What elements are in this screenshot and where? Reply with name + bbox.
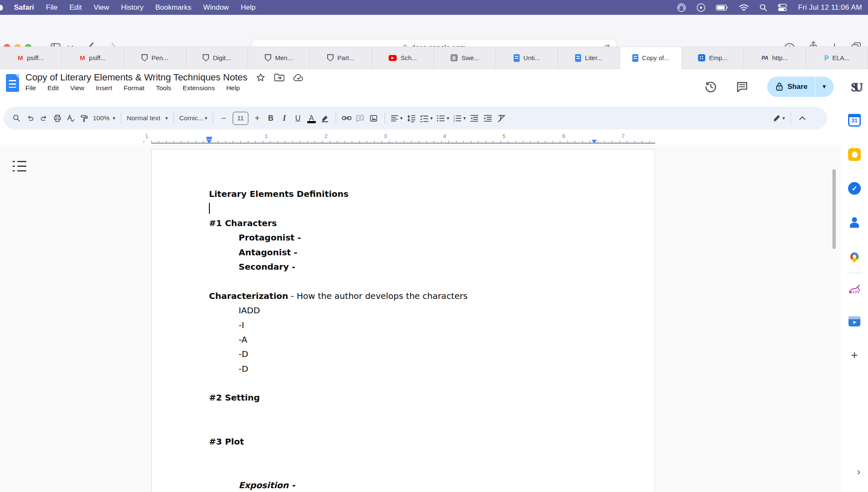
move-folder-icon[interactable] [274, 73, 285, 82]
bullet-list-button[interactable]: ▾ [435, 110, 451, 126]
menu-item[interactable]: Window [203, 3, 228, 12]
bold-button[interactable]: B [264, 110, 277, 126]
inbox-addon-icon[interactable]: ➤ [849, 318, 860, 326]
document-line[interactable]: -A [209, 332, 637, 347]
version-history-icon[interactable] [704, 80, 717, 93]
control-center-icon[interactable] [778, 4, 788, 11]
document-line[interactable]: #1 Characters [209, 216, 637, 230]
document-line[interactable]: IADD [209, 303, 637, 318]
menu-item[interactable]: History [121, 3, 144, 12]
document-line[interactable]: -D [209, 347, 637, 361]
play-circle-icon[interactable] [696, 3, 706, 12]
docs-menu-item[interactable]: Help [226, 84, 240, 92]
insert-image-icon[interactable] [367, 110, 380, 126]
document-line[interactable]: -D [209, 362, 637, 376]
panel-chevron-icon[interactable]: › [857, 466, 860, 478]
keep-icon[interactable] [848, 148, 861, 161]
add-comment-icon[interactable] [354, 110, 367, 126]
document-line[interactable]: -I [209, 318, 637, 332]
browser-tab[interactable]: P ELA... [806, 47, 868, 69]
document-line[interactable] [209, 463, 637, 478]
docs-menu-item[interactable]: View [70, 84, 84, 92]
cloud-check-icon[interactable] [293, 73, 305, 82]
docs-menu-item[interactable]: Format [124, 84, 145, 92]
increase-font-size-button[interactable]: + [251, 110, 264, 126]
browser-tab[interactable]: Emp... [682, 47, 744, 69]
menu-item[interactable]: File [46, 3, 57, 12]
document-content[interactable]: Literary Elements Definitions#1 Characte… [152, 149, 654, 492]
editing-mode-button[interactable]: ▾ [771, 110, 786, 126]
document-page[interactable]: Literary Elements Definitions#1 Characte… [151, 149, 655, 492]
document-line[interactable] [209, 376, 637, 390]
get-addons-icon[interactable]: + [848, 348, 861, 362]
share-button[interactable]: Share ▼ [767, 77, 834, 97]
paragraph-style-select[interactable]: Normal text▾ [125, 110, 169, 126]
browser-tab[interactable]: Copy of... [620, 47, 682, 69]
docs-menu-item[interactable]: Edit [47, 84, 59, 92]
star-icon[interactable] [256, 72, 266, 83]
browser-tab[interactable]: B Swe... [434, 47, 496, 69]
battery-icon[interactable] [716, 4, 729, 11]
hide-menus-icon[interactable] [796, 110, 809, 126]
zoom-select[interactable]: 100%▾ [92, 110, 117, 126]
checklist-button[interactable]: ▾ [418, 110, 434, 126]
menu-item[interactable]: Help [241, 3, 256, 12]
insert-link-icon[interactable] [340, 110, 353, 126]
browser-tab[interactable]: Part... [310, 47, 372, 69]
vertical-scrollbar[interactable] [832, 169, 836, 249]
browser-tab[interactable]: M psiff... [0, 47, 62, 69]
search-icon[interactable] [759, 3, 768, 12]
browser-tab[interactable]: Men... [248, 47, 310, 69]
document-line[interactable] [209, 405, 637, 420]
text-color-button[interactable]: A [305, 110, 318, 126]
increase-indent-button[interactable] [481, 110, 494, 126]
decrease-font-size-button[interactable]: − [217, 110, 230, 126]
right-indent-marker[interactable] [592, 140, 597, 144]
browser-tab[interactable]: Digit... [186, 47, 248, 69]
document-line[interactable]: Exposition - [209, 478, 637, 492]
redo-icon[interactable] [37, 110, 50, 126]
document-line[interactable] [209, 449, 637, 463]
spellcheck-icon[interactable] [64, 110, 77, 126]
document-line[interactable]: Literary Elements Definitions [209, 187, 637, 201]
unicorn-addon-icon[interactable] [848, 282, 861, 296]
comments-icon[interactable] [736, 80, 748, 93]
decrease-indent-button[interactable] [468, 110, 481, 126]
menu-item[interactable]: Edit [70, 3, 82, 12]
creative-cloud-icon[interactable] [677, 3, 686, 12]
document-line[interactable] [209, 420, 637, 434]
underline-button[interactable]: U [292, 110, 304, 126]
print-icon[interactable] [51, 110, 64, 126]
document-line[interactable]: Secondary - [209, 260, 637, 274]
document-line[interactable]: Characterization - How the author develo… [209, 289, 637, 303]
clear-formatting-button[interactable] [495, 110, 508, 126]
font-size-input[interactable]: 11 [233, 112, 248, 125]
ruler[interactable]: 11234567 [0, 132, 868, 145]
browser-tab[interactable]: ▶ Sch... [372, 47, 434, 69]
italic-button[interactable]: I [278, 110, 291, 126]
paint-format-icon[interactable] [78, 110, 91, 126]
document-title[interactable]: Copy of Literary Elements & Writng Techn… [25, 72, 248, 83]
document-outline-icon[interactable] [13, 161, 26, 171]
numbered-list-button[interactable]: 123▾ [451, 110, 467, 126]
docs-menu-item[interactable]: File [25, 84, 36, 92]
document-line[interactable]: Antagonist - [209, 245, 637, 260]
document-line[interactable] [209, 274, 637, 288]
tasks-icon[interactable]: ✓ [848, 182, 861, 195]
highlight-color-button[interactable] [319, 110, 331, 126]
document-line[interactable] [209, 201, 637, 216]
docs-menu-item[interactable]: Insert [96, 84, 112, 92]
document-line[interactable]: #3 Plot [209, 434, 637, 449]
first-line-indent-marker[interactable] [206, 140, 211, 144]
document-line[interactable]: Protagonist - [209, 230, 637, 245]
wifi-icon[interactable] [739, 4, 749, 11]
menu-item[interactable]: Bookmarks [155, 3, 191, 12]
browser-tab[interactable]: Liter... [558, 47, 620, 69]
contacts-icon[interactable] [848, 216, 861, 229]
left-indent-marker[interactable] [206, 137, 212, 139]
browser-tab[interactable]: Pen... [124, 47, 186, 69]
google-docs-logo-icon[interactable] [6, 74, 19, 92]
maps-icon[interactable] [848, 250, 861, 263]
document-line[interactable]: #2 Setting [209, 390, 637, 405]
share-dropdown-icon[interactable]: ▼ [817, 83, 831, 90]
